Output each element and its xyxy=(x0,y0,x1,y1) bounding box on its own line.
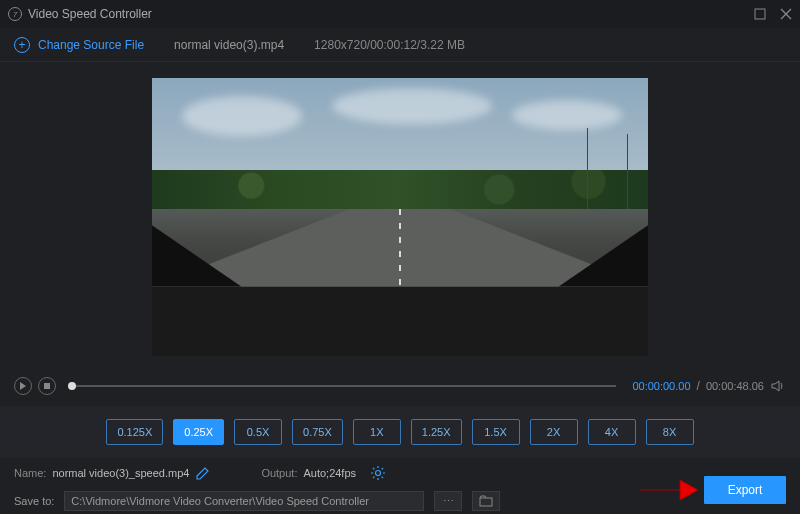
edit-name-icon[interactable] xyxy=(195,465,211,481)
seek-bar[interactable] xyxy=(72,385,616,387)
save-path-input[interactable]: C:\Vidmore\Vidmore Video Converter\Video… xyxy=(64,491,424,511)
svg-rect-4 xyxy=(44,383,50,389)
close-button[interactable] xyxy=(778,6,794,22)
output-value: Auto;24fps xyxy=(303,467,356,479)
speed-0-75x[interactable]: 0.75X xyxy=(292,419,343,445)
svg-rect-0 xyxy=(755,9,765,19)
titlebar: 7 Video Speed Controller xyxy=(0,0,800,28)
video-preview[interactable] xyxy=(152,78,648,356)
output-settings-row: Name: normal video(3)_speed.mp4 Output: … xyxy=(0,458,800,488)
info-row: + Change Source File normal video(3).mp4… xyxy=(0,28,800,62)
app-title: Video Speed Controller xyxy=(28,7,152,21)
stop-button[interactable] xyxy=(38,377,56,395)
save-label: Save to: xyxy=(14,495,54,507)
duration: 00:00:48.06 xyxy=(706,380,764,392)
app-logo-icon: 7 xyxy=(8,7,22,21)
name-label: Name: xyxy=(14,467,46,479)
speed-0-5x[interactable]: 0.5X xyxy=(234,419,282,445)
svg-point-5 xyxy=(376,471,381,476)
speed-1-5x[interactable]: 1.5X xyxy=(472,419,520,445)
playback-controls: 00:00:00.00/00:00:48.06 xyxy=(0,372,800,400)
speed-0-125x[interactable]: 0.125X xyxy=(106,419,163,445)
play-button[interactable] xyxy=(14,377,32,395)
speed-4x[interactable]: 4X xyxy=(588,419,636,445)
speed-2x[interactable]: 2X xyxy=(530,419,578,445)
speed-1-25x[interactable]: 1.25X xyxy=(411,419,462,445)
speed-1x[interactable]: 1X xyxy=(353,419,401,445)
change-source-button[interactable]: + Change Source File xyxy=(14,37,144,53)
output-label: Output: xyxy=(261,467,297,479)
source-meta: 1280x720/00:00:12/3.22 MB xyxy=(314,38,465,52)
source-filename: normal video(3).mp4 xyxy=(174,38,284,52)
save-row: Save to: C:\Vidmore\Vidmore Video Conver… xyxy=(0,488,800,514)
path-more-button[interactable]: ⋯ xyxy=(434,491,462,511)
seek-handle[interactable] xyxy=(68,382,76,390)
preview-area xyxy=(0,62,800,372)
window-controls xyxy=(752,0,794,28)
output-settings-icon[interactable] xyxy=(370,465,386,481)
name-value: normal video(3)_speed.mp4 xyxy=(52,467,189,479)
speed-options: 0.125X0.25X0.5X0.75X1X1.25X1.5X2X4X8X xyxy=(0,406,800,458)
maximize-button[interactable] xyxy=(752,6,768,22)
plus-icon: + xyxy=(14,37,30,53)
svg-marker-3 xyxy=(20,382,26,390)
export-button[interactable]: Export xyxy=(704,476,786,504)
volume-icon[interactable] xyxy=(770,378,786,394)
open-folder-button[interactable] xyxy=(472,491,500,511)
speed-8x[interactable]: 8X xyxy=(646,419,694,445)
current-time: 00:00:00.00 xyxy=(632,380,690,392)
change-source-label: Change Source File xyxy=(38,38,144,52)
speed-0-25x[interactable]: 0.25X xyxy=(173,419,224,445)
svg-rect-6 xyxy=(480,498,492,506)
